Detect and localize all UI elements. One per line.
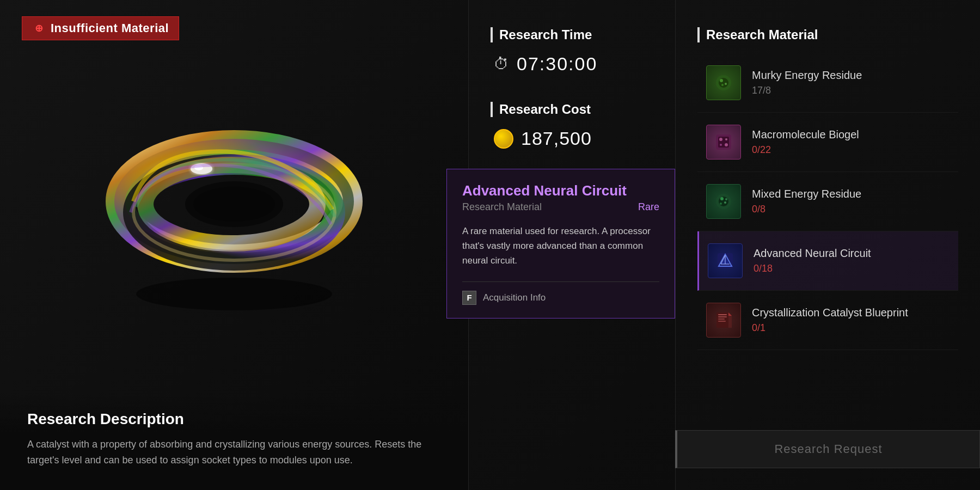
svg-point-12 — [720, 79, 723, 82]
key-badge: F — [462, 291, 476, 305]
action-label: Acquisition Info — [483, 292, 546, 303]
material-name-murky: Murky Energy Residue — [752, 69, 950, 82]
research-request-button[interactable]: Research Request — [675, 430, 980, 468]
material-count-mixed: 0/8 — [752, 204, 950, 215]
material-item-biogel[interactable]: Macromolecule Biogel 0/22 — [697, 113, 958, 172]
material-list: Murky Energy Residue 17/8 — [697, 53, 958, 350]
svg-rect-37 — [718, 321, 726, 322]
icon-inner-2 — [710, 128, 737, 156]
material-icon-neural — [708, 243, 743, 278]
left-panel: ⊕ Insufficient Material — [0, 0, 468, 490]
svg-point-23 — [720, 197, 724, 200]
badge-text: Insufficient Material — [51, 21, 169, 35]
icon-inner-3 — [710, 188, 737, 215]
material-item-neural[interactable]: Advanced Neural Circuit 0/18 — [697, 231, 958, 291]
section-bar-3 — [697, 27, 700, 42]
material-info-mixed: Mixed Energy Residue 0/8 — [752, 188, 950, 215]
material-icon-mixed — [706, 184, 741, 219]
svg-point-26 — [725, 198, 727, 200]
material-icon-biogel — [706, 125, 741, 160]
svg-point-14 — [721, 84, 724, 86]
tooltip-action[interactable]: F Acquisition Info — [462, 291, 659, 305]
warning-icon: ⊕ — [32, 22, 45, 35]
icon-inner — [710, 69, 737, 96]
material-name-biogel: Macromolecule Biogel — [752, 128, 950, 141]
research-cost-header: Research Cost — [491, 102, 653, 117]
icon-inner-5 — [710, 307, 737, 334]
research-time-header: Research Time — [491, 27, 653, 42]
material-count-neural: 0/18 — [754, 263, 950, 274]
svg-point-0 — [136, 278, 332, 310]
material-item-murky[interactable]: Murky Energy Residue 17/8 — [697, 53, 958, 113]
svg-point-17 — [719, 138, 722, 141]
item-model — [93, 82, 376, 321]
svg-point-18 — [725, 138, 727, 140]
material-name-neural: Advanced Neural Circuit — [754, 247, 950, 260]
svg-point-25 — [720, 203, 722, 205]
material-count-biogel: 0/22 — [752, 144, 950, 156]
material-icon-murky — [706, 65, 741, 100]
time-value: 07:30:00 — [517, 53, 597, 75]
svg-rect-35 — [718, 316, 727, 317]
svg-point-20 — [725, 143, 728, 146]
research-description-section: Research Description A catalyst with a p… — [0, 394, 468, 490]
svg-rect-36 — [718, 318, 725, 320]
svg-marker-39 — [728, 313, 732, 316]
section-bar-2 — [491, 102, 493, 117]
right-panel: Research Material Murky Energy Residue 1 — [675, 0, 980, 490]
description-title: Research Description — [27, 411, 441, 428]
material-info-biogel: Macromolecule Biogel 0/22 — [752, 128, 950, 156]
cost-value: 187,500 — [521, 128, 592, 149]
material-info-neural: Advanced Neural Circuit 0/18 — [754, 247, 950, 274]
material-icon-crystal — [706, 303, 741, 338]
svg-point-9 — [193, 187, 275, 222]
material-name-mixed: Mixed Energy Residue — [752, 188, 950, 200]
gold-coin-icon — [494, 129, 513, 149]
research-time-label: Research Time — [499, 27, 592, 42]
icon-inner-4 — [712, 247, 739, 274]
svg-point-19 — [720, 144, 722, 146]
material-name-crystal: Crystallization Catalyst Blueprint — [752, 307, 950, 319]
svg-rect-34 — [718, 314, 727, 315]
description-text: A catalyst with a property of absorbing … — [27, 437, 441, 468]
materials-title: Research Material — [706, 27, 818, 42]
insufficient-badge: ⊕ Insufficient Material — [22, 16, 179, 40]
material-info-murky: Murky Energy Residue 17/8 — [752, 69, 950, 96]
tooltip-divider — [462, 281, 659, 282]
research-cost-label: Research Cost — [499, 102, 591, 117]
tooltip-description: A rare material used for research. A pro… — [462, 224, 659, 268]
materials-header: Research Material — [697, 27, 958, 42]
time-row: ⏱ 07:30:00 — [491, 53, 653, 75]
material-item-mixed[interactable]: Mixed Energy Residue 0/8 — [697, 172, 958, 231]
cost-row: 187,500 — [491, 128, 653, 149]
svg-point-11 — [719, 78, 728, 88]
material-info-crystal: Crystallization Catalyst Blueprint 0/1 — [752, 307, 950, 334]
research-request-label: Research Request — [774, 442, 882, 456]
tooltip-rarity: Rare — [638, 201, 659, 213]
clock-icon: ⏱ — [494, 55, 509, 73]
material-count-murky: 17/8 — [752, 85, 950, 96]
svg-point-24 — [724, 201, 726, 204]
svg-point-22 — [719, 197, 728, 206]
tooltip-subtitle-row: Research Material Rare — [462, 201, 659, 213]
tooltip-popup: Advanced Neural Circuit Research Materia… — [446, 169, 675, 318]
material-item-crystal[interactable]: Crystallization Catalyst Blueprint 0/1 — [697, 291, 958, 350]
item-display — [0, 44, 468, 359]
tooltip-name: Advanced Neural Circuit — [462, 182, 659, 199]
svg-point-13 — [725, 83, 727, 85]
tooltip-subtitle: Research Material — [462, 201, 542, 213]
material-count-crystal: 0/1 — [752, 322, 950, 334]
section-bar — [491, 27, 493, 42]
